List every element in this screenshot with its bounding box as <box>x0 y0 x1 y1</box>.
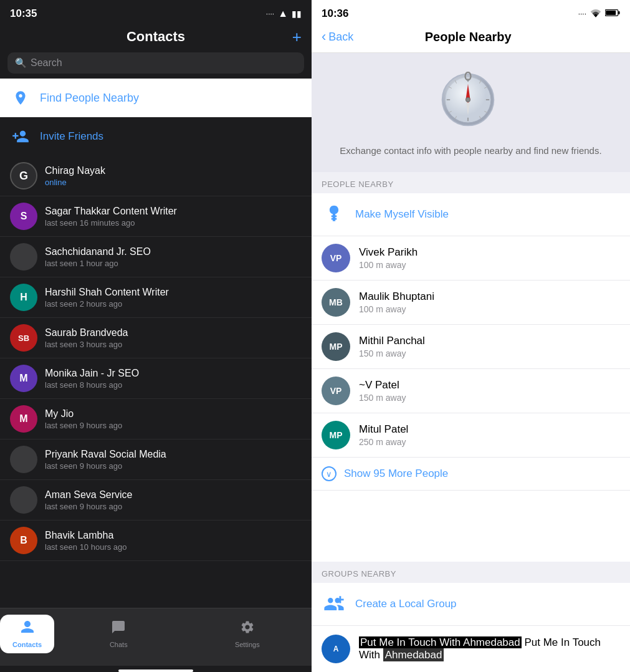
find-nearby-label: Find People Nearby <box>40 92 139 105</box>
make-visible-icon <box>322 202 346 227</box>
add-contact-button[interactable]: + <box>292 27 302 47</box>
contact-name: Saurab Brandveda <box>45 327 302 338</box>
contact-row[interactable]: Priyank Raval Social Media last seen 9 h… <box>0 439 312 480</box>
contact-name: Chirag Nayak <box>45 165 302 176</box>
contacts-title: Contacts <box>126 29 185 45</box>
right-panel: 10:36 ···· ‹ Back <box>312 0 630 672</box>
show-more-people-row[interactable]: ∨ Show 95 More People <box>312 458 630 491</box>
tab-chats[interactable]: Chats <box>54 620 183 648</box>
avatar: G <box>10 162 37 190</box>
nearby-name: Mitul Patel <box>359 423 620 436</box>
contact-row[interactable]: H Harshil Shah Content Writer last seen … <box>0 277 312 318</box>
contact-name: Harshil Shah Content Writer <box>45 287 302 298</box>
home-indicator <box>118 670 193 672</box>
nearby-person-row[interactable]: MB Maulik Bhuptani 100 m away <box>312 281 630 325</box>
contact-row[interactable]: M My Jio last seen 9 hours ago <box>0 399 312 439</box>
battery-icon-right <box>605 9 620 19</box>
invite-friends-row[interactable]: Invite Friends <box>0 117 312 156</box>
contact-status: last seen 2 hours ago <box>45 299 302 309</box>
nearby-person-row[interactable]: VP ~V Patel 150 m away <box>312 369 630 413</box>
contact-row[interactable]: G Chirag Nayak online <box>0 156 312 196</box>
avatar <box>10 446 37 473</box>
contact-row[interactable]: M Monika Jain - Jr SEO last seen 8 hours… <box>0 358 312 399</box>
create-local-group-row[interactable]: Create a Local Group <box>312 583 630 626</box>
contact-info: Bhavik Lambha last seen 10 hours ago <box>45 530 302 552</box>
contact-info: Sagar Thakkar Content Writer last seen 1… <box>45 206 302 228</box>
wifi-icon-right <box>590 9 601 19</box>
invite-friends-label: Invite Friends <box>40 130 103 143</box>
tab-settings[interactable]: Settings <box>183 620 312 648</box>
contact-status: last seen 16 minutes ago <box>45 218 302 228</box>
hero-section: Exchange contact info with people nearby… <box>312 53 630 172</box>
contact-row[interactable]: S Sagar Thakkar Content Writer last seen… <box>0 196 312 237</box>
contact-status: last seen 8 hours ago <box>45 380 302 390</box>
avatar: M <box>10 405 37 433</box>
avatar <box>10 243 37 271</box>
find-people-nearby-row[interactable]: Find People Nearby <box>0 79 312 117</box>
nearby-distance: 100 m away <box>359 260 620 270</box>
avatar: MB <box>322 288 350 317</box>
status-bar-left: 10:35 ···· ▲ ▮▮ <box>0 0 312 25</box>
contact-status: last seen 9 hours ago <box>45 461 302 471</box>
search-bar[interactable]: 🔍 Search <box>7 52 304 74</box>
time-left: 10:35 <box>10 7 37 20</box>
nearby-name: Vivek Parikh <box>359 246 620 259</box>
time-right: 10:36 <box>322 7 348 20</box>
nearby-distance: 250 m away <box>359 437 620 447</box>
contact-name: Priyank Raval Social Media <box>45 449 302 460</box>
contact-name: Aman Seva Service <box>45 489 302 501</box>
nearby-distance: 150 m away <box>359 393 620 403</box>
nearby-distance: 150 m away <box>359 348 620 358</box>
search-placeholder: Search <box>31 57 62 69</box>
battery-icon-left: ▮▮ <box>292 9 302 19</box>
nearby-name: ~V Patel <box>359 379 620 391</box>
make-myself-visible-row[interactable]: Make Myself Visible <box>312 193 630 236</box>
contact-info: My Jio last seen 9 hours ago <box>45 408 302 430</box>
put-in-touch-info: Put Me In Touch With Ahmedabad Put Me In… <box>359 636 620 661</box>
wifi-icon-left: ▲ <box>278 8 288 19</box>
contact-row[interactable]: Sachchidanand Jr. SEO last seen 1 hour a… <box>0 237 312 277</box>
settings-tab-label: Settings <box>235 641 260 648</box>
contact-status: last seen 10 hours ago <box>45 542 302 552</box>
people-nearby-section-header: PEOPLE NEARBY <box>312 172 630 193</box>
groups-section-title: GROUPS NEARBY <box>322 569 396 578</box>
avatar: SB <box>10 324 37 352</box>
avatar: MP <box>322 421 350 449</box>
nearby-person-row[interactable]: MP Mithil Panchal 150 m away <box>312 325 630 369</box>
avatar: VP <box>322 377 350 405</box>
avatar: H <box>10 284 37 311</box>
avatar: VP <box>322 244 350 272</box>
dots-icon-left: ···· <box>266 9 274 18</box>
back-button[interactable]: ‹ Back <box>322 29 353 45</box>
nearby-distance: 100 m away <box>359 304 620 314</box>
contact-name: Sagar Thakkar Content Writer <box>45 206 302 217</box>
contacts-header: Contacts + <box>0 25 312 52</box>
status-icons-right: ···· <box>578 9 620 19</box>
status-bar-right: 10:36 ···· <box>312 0 630 25</box>
chats-tab-label: Chats <box>110 641 128 648</box>
nearby-person-row[interactable]: VP Vivek Parikh 100 m away <box>312 236 630 281</box>
back-label: Back <box>328 31 353 44</box>
put-in-touch-row[interactable]: A Put Me In Touch With Ahmedabad Put Me … <box>312 626 630 672</box>
avatar: B <box>10 527 37 554</box>
contact-name: Monika Jain - Jr SEO <box>45 368 302 379</box>
contact-name: Bhavik Lambha <box>45 530 302 541</box>
contact-list: G Chirag Nayak online S Sagar Thakkar Co… <box>0 156 312 608</box>
contact-status: last seen 1 hour ago <box>45 259 302 268</box>
contact-row[interactable]: B Bhavik Lambha last seen 10 hours ago <box>0 521 312 561</box>
tab-contacts[interactable]: Contacts <box>0 615 54 653</box>
avatar <box>10 486 37 514</box>
hero-description: Exchange contact info with people nearby… <box>340 144 601 157</box>
contact-row[interactable]: Aman Seva Service last seen 9 hours ago <box>0 480 312 521</box>
contact-info: Saurab Brandveda last seen 3 hours ago <box>45 327 302 349</box>
invite-friends-icon <box>10 126 31 147</box>
avatar: M <box>10 365 37 392</box>
nav-bar-right: ‹ Back People Nearby <box>312 25 630 53</box>
contact-info: Aman Seva Service last seen 9 hours ago <box>45 489 302 511</box>
svg-rect-1 <box>618 11 619 14</box>
nearby-person-row[interactable]: MP Mitul Patel 250 m away <box>312 413 630 458</box>
contact-name: My Jio <box>45 408 302 420</box>
svg-rect-2 <box>606 11 616 15</box>
compass-icon <box>440 72 502 134</box>
contact-row[interactable]: SB Saurab Brandveda last seen 3 hours ag… <box>0 318 312 358</box>
